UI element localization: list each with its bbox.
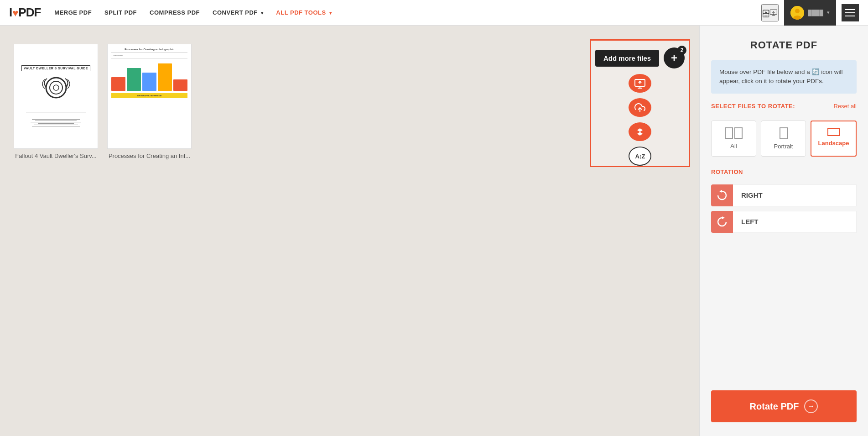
svg-marker-19	[637, 128, 643, 136]
rotate-left-button[interactable]	[711, 211, 733, 233]
rotate-right-option[interactable]: RIGHT	[711, 184, 857, 206]
pdf-label-processes: Processes for Creating an Inf...	[107, 152, 192, 159]
header-right: ████ ▾	[761, 0, 859, 26]
left-panel: VAULT DWELLER'S SURVIVAL GUIDE	[0, 26, 699, 436]
user-avatar	[790, 6, 804, 20]
rotation-options: RIGHT LEFT	[711, 184, 857, 233]
main-nav: MERGE PDF SPLIT PDF COMPRESS PDF CONVERT…	[54, 9, 761, 16]
rotate-right-button[interactable]	[711, 184, 733, 206]
avatar-icon	[790, 6, 804, 20]
all-pages-icon	[725, 127, 743, 139]
main-content: VAULT DWELLER'S SURVIVAL GUIDE	[0, 26, 868, 436]
orientation-options: All Portrait Landscape	[711, 121, 857, 157]
logo[interactable]: I♥PDF	[9, 5, 41, 20]
logo-heart: ♥	[12, 7, 18, 19]
header: I♥PDF MERGE PDF SPLIT PDF COMPRESS PDF C…	[0, 0, 868, 26]
cloud-upload-icon	[634, 102, 645, 113]
dropbox-icon	[634, 126, 645, 137]
add-files-panel: Add more files + 2	[590, 39, 690, 167]
sort-az-icon: A↕Z	[635, 153, 645, 160]
select-files-row: SELECT FILES TO ROTATE: Reset all	[711, 103, 857, 110]
orientation-portrait-label: Portrait	[774, 143, 793, 150]
proc-yellow-box: INFOGRAPHIC WORKFLOW	[111, 93, 187, 98]
nav-merge-pdf[interactable]: MERGE PDF	[54, 9, 92, 16]
add-files-top: Add more files + 2	[595, 47, 685, 68]
pdf-card-vault[interactable]: VAULT DWELLER'S SURVIVAL GUIDE	[14, 44, 98, 159]
rotate-right-label: RIGHT	[733, 184, 857, 206]
landscape-page-icon	[827, 128, 840, 136]
pdf-label-vault: Fallout 4 Vault Dweller's Surv...	[14, 152, 98, 159]
portrait-page-icon	[780, 127, 788, 139]
hamburger-icon	[845, 9, 855, 16]
add-more-files-button[interactable]: Add more files	[595, 50, 659, 67]
plus-icon: +	[671, 52, 677, 64]
rotation-label: ROTATION	[711, 168, 857, 175]
vault-divider	[26, 112, 85, 112]
all-tools-arrow-icon: ▾	[329, 11, 332, 16]
right-panel: ROTATE PDF Mouse over PDF file below and…	[699, 26, 868, 436]
vault-logo-icon	[40, 75, 72, 106]
rotate-pdf-arrow-icon: →	[804, 399, 818, 413]
orientation-portrait-button[interactable]: Portrait	[761, 121, 806, 157]
monitor-upload-icon	[634, 78, 645, 89]
nav-all-pdf-tools[interactable]: ALL PDF TOOLS ▾	[276, 9, 332, 16]
download-monitor-icon	[769, 6, 778, 19]
convert-arrow-icon: ▾	[261, 11, 264, 16]
download-button[interactable]	[761, 4, 779, 21]
reset-all-link[interactable]: Reset all	[833, 103, 857, 110]
orientation-all-button[interactable]: All	[711, 121, 756, 157]
upload-from-cloud-button[interactable]	[629, 98, 651, 117]
vault-title-text: VAULT DWELLER'S SURVIVAL GUIDE	[21, 65, 90, 71]
svg-point-9	[795, 9, 800, 13]
user-dropdown-icon: ▾	[827, 10, 830, 16]
upload-from-dropbox-button[interactable]	[629, 122, 651, 141]
orientation-landscape-button[interactable]: Landscape	[811, 121, 857, 157]
rotate-right-icon	[716, 189, 728, 201]
nav-compress-pdf[interactable]: COMPRESS PDF	[150, 9, 200, 16]
rotate-pdf-button-label: Rotate PDF	[750, 401, 799, 412]
monitor-download-icon	[762, 6, 769, 19]
nav-split-pdf[interactable]: SPLIT PDF	[104, 9, 137, 16]
pdf-thumbnail-processes: Processes for Creating an Infographic 1.…	[107, 44, 192, 149]
rotate-left-option[interactable]: LEFT	[711, 211, 857, 233]
file-count-badge: 2	[677, 46, 686, 55]
svg-point-12	[50, 81, 62, 94]
orientation-all-label: All	[730, 142, 737, 149]
rotate-left-icon	[716, 216, 728, 228]
rotate-pdf-button[interactable]: Rotate PDF →	[711, 390, 857, 422]
info-box: Mouse over PDF file below and a 🔄 icon w…	[711, 60, 857, 94]
user-area[interactable]: ████ ▾	[784, 0, 836, 26]
select-files-label: SELECT FILES TO ROTATE:	[711, 103, 795, 110]
orientation-landscape-label: Landscape	[818, 140, 849, 147]
user-name: ████	[808, 10, 823, 16]
rotate-left-label: LEFT	[733, 211, 857, 233]
logo-text: I♥PDF	[9, 5, 41, 20]
panel-title: ROTATE PDF	[711, 39, 857, 51]
sort-button[interactable]: A↕Z	[629, 147, 651, 166]
upload-from-computer-button[interactable]	[629, 74, 651, 93]
pdf-thumbnail-vault: VAULT DWELLER'S SURVIVAL GUIDE	[14, 44, 98, 149]
add-count-badge[interactable]: + 2	[664, 47, 685, 68]
svg-point-11	[46, 78, 66, 98]
svg-point-13	[53, 85, 59, 90]
pdf-card-processes[interactable]: Processes for Creating an Infographic 1.…	[107, 44, 192, 159]
nav-convert-pdf[interactable]: CONVERT PDF ▾	[213, 9, 263, 16]
proc-title-text: Processes for Creating an Infographic	[111, 48, 187, 51]
hamburger-button[interactable]	[842, 4, 859, 21]
